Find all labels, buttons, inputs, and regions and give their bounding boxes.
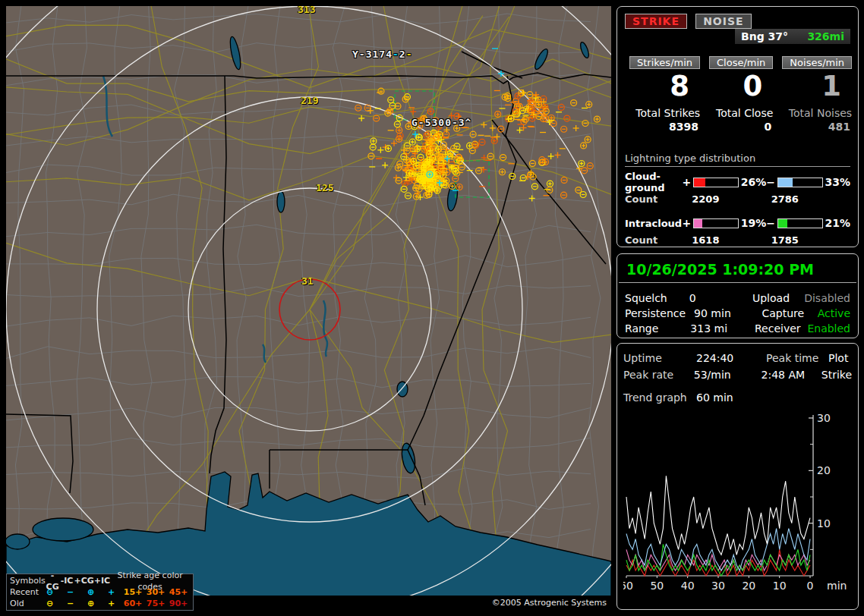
peak-rate-row: Peak rate 53/min 2:48 AM Strike	[623, 366, 852, 383]
distribution-title: Lightning type distribution	[625, 152, 850, 167]
strikes-per-min-value: 8	[629, 71, 700, 102]
svg-text:10: 10	[773, 580, 787, 592]
total-close-label: Total Close	[709, 107, 773, 119]
trend-stats: Uptime 224:40 Peak time Plot Peak rate 5…	[623, 350, 852, 406]
minus-sign: −	[766, 217, 775, 229]
ring-label-125: 125	[316, 182, 333, 193]
plus-sign: +	[683, 176, 692, 188]
total-strikes-value: 8398	[629, 121, 700, 133]
uptime-row: Uptime 224:40 Peak time Plot	[623, 350, 852, 366]
noise-mode-button[interactable]: NOISE	[695, 14, 751, 29]
ic-plus-pct: 19%	[741, 217, 767, 229]
receiver-value: Enabled	[807, 321, 850, 336]
age-code: 45+	[167, 586, 190, 598]
persistence-value: 90 min	[694, 306, 762, 321]
ic-count-label: Count	[625, 234, 692, 246]
strike-mode-button[interactable]: STRIKE	[625, 14, 687, 29]
cg-minus-count: 2786	[771, 193, 850, 205]
cloud-ground-count-row: Count 2209 2786	[625, 190, 850, 208]
recent-age-codes: 15+30+45+	[121, 586, 190, 598]
range-label: Range	[625, 321, 690, 336]
squelch-label: Squelch	[625, 291, 689, 306]
svg-text:20: 20	[742, 580, 755, 592]
cg-plus-bar-fill	[694, 178, 705, 187]
cg-plus-bar	[693, 178, 738, 187]
svg-text:30: 30	[711, 580, 725, 592]
peak-rate-label: Peak rate	[623, 366, 694, 383]
minus-sign: −	[766, 176, 775, 188]
svg-text:0: 0	[807, 580, 814, 592]
bearing-readout: Bng 37° 326mi	[735, 29, 850, 44]
total-noises-label: Total Noises	[782, 107, 852, 119]
age-code: 75+	[144, 598, 167, 609]
status-row-range: Range 313 mi Receiver Enabled	[625, 321, 850, 336]
noises-per-min-counter: Noises/min 1 Total Noises 481	[777, 55, 856, 133]
strikes-per-min-label: Strikes/min	[629, 56, 700, 69]
legend-recent-label: Recent	[10, 586, 39, 598]
svg-text:30: 30	[817, 412, 831, 424]
trend-panel: Uptime 224:40 Peak time Plot Peak rate 5…	[616, 343, 859, 610]
copyright-text: ©2005 Astrogenic Systems	[492, 598, 607, 608]
range-value: 313 mi	[690, 321, 755, 336]
mode-button-row: STRIKE NOISE Bng 37° 326mi	[625, 14, 850, 29]
datetime-display: 10/26/2025 1:09:20 PM	[619, 257, 856, 283]
ic-minus-pct: 21%	[825, 217, 851, 229]
svg-text:50: 50	[650, 580, 664, 592]
legend-symbol: ⊖	[39, 586, 60, 598]
svg-text:20: 20	[817, 464, 831, 476]
plot-label: Plot	[828, 350, 852, 366]
cg-plus-pct: 26%	[741, 176, 767, 188]
age-code: 90+	[167, 598, 190, 609]
legend-symbols-title: Symbols	[10, 575, 46, 586]
peak-time-label: Peak time	[766, 350, 828, 366]
trend-graph: 1020306050403020100min	[623, 410, 852, 599]
cg-count-label: Count	[625, 193, 692, 205]
legend-col-pos-cg: +CG	[74, 575, 93, 586]
peak-rate-value: 53/min	[694, 366, 762, 383]
svg-text:10: 10	[817, 517, 831, 530]
storm-label-y: Y-3174-2-	[352, 49, 412, 60]
recent-strike-symbols: ⊖−⊕+	[39, 586, 121, 598]
legend-col-pos-ic: +IC	[94, 575, 110, 586]
legend-col-neg-ic: -IC	[60, 575, 74, 586]
app-window: 31321912531 Y-3174-2-G-5300-3^ ©2005 Ast…	[0, 0, 864, 616]
legend-old-label: Old	[10, 598, 39, 609]
ring-label-313: 313	[298, 6, 315, 15]
legend-symbol: ⊖	[39, 598, 60, 609]
noises-per-min-value: 1	[782, 71, 852, 102]
ic-plus-count: 1618	[692, 234, 771, 246]
trend-window-value: 60 min	[696, 389, 766, 406]
uptime-label: Uptime	[623, 350, 696, 366]
age-code: 15+	[121, 586, 144, 598]
status-row-squelch: Squelch 0 Upload Disabled	[625, 291, 850, 306]
legend-recent-row: Recent ⊖−⊕+ 15+30+45+	[10, 586, 190, 598]
legend-old-row: Old ⊖−⊕+ 60+75+90+	[10, 598, 190, 609]
ic-minus-bar-fill	[778, 219, 787, 228]
uptime-value: 224:40	[696, 350, 766, 366]
receiver-label: Receiver	[755, 321, 807, 336]
bearing-distance: 326mi	[807, 30, 844, 42]
status-grid: Squelch 0 Upload Disabled Persistence 90…	[617, 283, 858, 336]
ring-label-219: 219	[301, 95, 318, 106]
trend-graph-label: Trend graph	[623, 389, 696, 406]
intracloud-count-row: Count 1618 1785	[625, 231, 850, 249]
legend-symbol: ⊕	[80, 598, 101, 609]
ic-plus-bar	[693, 218, 738, 228]
squelch-value: 0	[689, 291, 752, 306]
plus-sign: +	[683, 217, 692, 229]
cg-minus-bar-fill	[778, 178, 793, 187]
legend-symbol: −	[60, 598, 80, 609]
svg-text:min: min	[827, 580, 847, 592]
plot-mode-value: Strike	[821, 366, 852, 383]
legend-symbol: −	[60, 586, 80, 598]
close-per-min-label: Close/min	[709, 56, 773, 69]
ic-minus-bar	[777, 218, 822, 228]
trend-series-total	[626, 476, 810, 555]
persistence-label: Persistence	[625, 306, 694, 321]
total-noises-value: 481	[782, 121, 852, 133]
legend-symbol: ⊕	[80, 586, 101, 598]
lightning-map[interactable]: 31321912531 Y-3174-2-G-5300-3^ ©2005 Ast…	[6, 6, 611, 611]
trend-window-row: Trend graph 60 min	[623, 389, 852, 406]
cloud-ground-label: Cloud-ground	[625, 171, 683, 193]
svg-text:60: 60	[623, 580, 633, 592]
